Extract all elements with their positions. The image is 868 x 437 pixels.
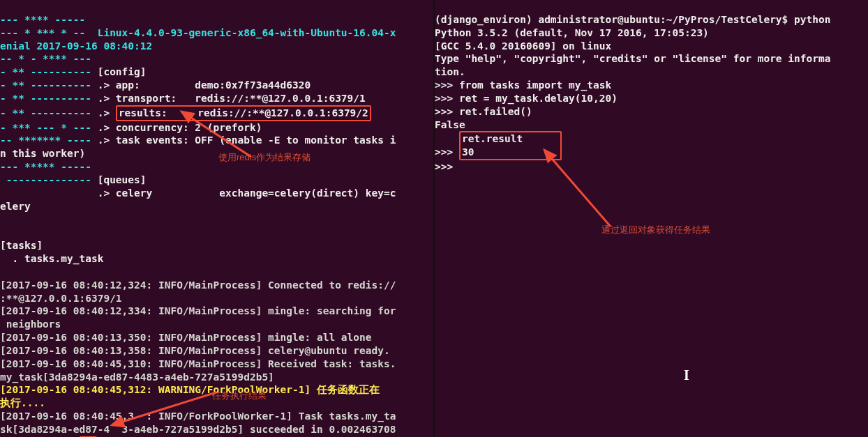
log-line: [2017-09-16 08:40:13,358: INFO/MainProce…	[0, 345, 390, 356]
ret-result-highlight: ret.result 30	[459, 131, 562, 160]
log-line: [2017-09-16 08:40:45,3 : INFO/ForkPoolWo…	[0, 411, 396, 422]
queue-line: .> celery exchange=celery(direct) key=c	[91, 187, 396, 199]
repl-output: False	[435, 119, 465, 130]
repl-prompt: >>>	[435, 146, 459, 158]
log-line: my_task[3da8294a-ed87-4483-a4eb-727a5199…	[0, 371, 274, 383]
banner-line: --- * *** * -- Linux-4.4.0-93-generic-x8…	[0, 27, 396, 38]
repl-line: >>> from tasks import my_task	[435, 79, 611, 91]
banner-line: - ** ----------	[0, 79, 91, 91]
banner-line: - *** --- * ---	[0, 122, 91, 133]
banner-line: - ** ----------	[0, 93, 91, 104]
banner-line: -- * - **** ---	[0, 53, 91, 64]
repl-line: >>> ret.failed()	[435, 106, 532, 117]
log-line: :**@127.0.0.1:6379/1	[0, 293, 122, 304]
repl-prompt-empty: >>>	[435, 161, 453, 172]
results-prefix: .>	[91, 107, 116, 118]
log-line: sk[3da8294a-ed87-4 3-a4eb-727a5199d2b5] …	[0, 424, 396, 435]
concurrency-line: .> concurrency: 2 (prefork)	[91, 122, 262, 133]
annotation-task-result: 任务执行结果	[212, 390, 267, 402]
terminal-right[interactable]: (django_environ) administrator@ubuntu:~/…	[435, 0, 868, 437]
log-line: [2017-09-16 08:40:12,324: INFO/MainProce…	[0, 279, 396, 291]
banner-date: enial 2017-09-16 08:40:12	[0, 40, 152, 52]
queues-label: [queues]	[91, 174, 147, 185]
python-version: Python 3.5.2 (default, Nov 17 2016, 17:0…	[435, 27, 709, 38]
log-line: [2017-09-16 08:40:45,310: INFO/MainProce…	[0, 358, 396, 369]
banner-line: --------------	[0, 174, 91, 185]
help-wrap: tion.	[435, 66, 465, 77]
app-line: .> app: demo:0x7f73a44d6320	[91, 79, 310, 91]
annotation-redis-storage: 使用redis作为结果存储	[218, 152, 310, 164]
transport-line: .> transport: redis://:**@127.0.0.1:6379…	[91, 93, 366, 104]
tasks-label: [tasks]	[0, 240, 43, 251]
banner-line: --- **** -----	[0, 14, 85, 25]
gcc-line: [GCC 5.4.0 20160609] on linux	[435, 40, 611, 52]
banner-line	[0, 187, 91, 199]
log-line: [2017-09-16 08:40:12,334: INFO/MainProce…	[0, 305, 396, 316]
log-warning: [2017-09-16 08:40:45,312: WARNING/ForkPo…	[0, 384, 380, 395]
task-item: . tasks.my_task	[0, 253, 103, 264]
events-line: .> task events: OFF (enable -E to monito…	[91, 135, 396, 146]
help-line: Type "help", "copyright", "credits" or "…	[435, 53, 830, 64]
terminal-left[interactable]: --- **** ----- --- * *** * -- Linux-4.4.…	[0, 0, 433, 437]
banner-line: --- ***** -----	[0, 161, 91, 172]
text-cursor-icon: I	[684, 366, 689, 384]
log-warning: 执行....	[0, 397, 45, 408]
log-line: [2017-09-16 08:40:13,350: INFO/MainProce…	[0, 332, 372, 343]
log-line: neighbors	[0, 319, 61, 330]
annotation-return-object: 通过返回对象获得任务结果	[601, 224, 710, 236]
prompt-line: (django_environ) administrator@ubuntu:~/…	[435, 14, 830, 25]
repl-line: >>> ret = my_task.delay(10,20)	[435, 93, 618, 104]
config-label: [config]	[91, 66, 147, 77]
queue-wrap: elery	[0, 201, 31, 212]
results-highlight: results: redis://:**@127.0.0.1:6379/2	[116, 105, 371, 121]
banner-line: -- ******* ----	[0, 135, 91, 146]
events-wrap: n this worker)	[0, 148, 85, 159]
banner-line: - ** ----------	[0, 107, 91, 118]
banner-line: - ** ----------	[0, 66, 91, 77]
